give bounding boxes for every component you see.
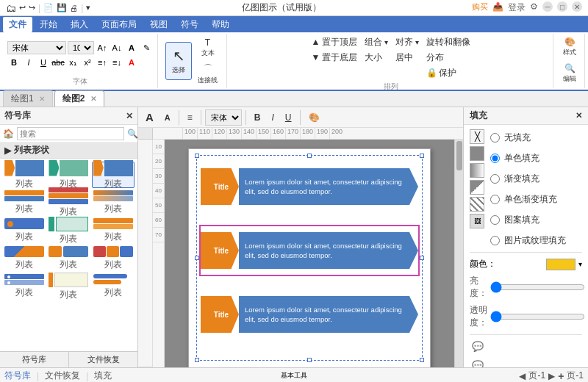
symbol-section-list-shapes[interactable]: ▶ 列表形状 xyxy=(0,143,137,159)
menu-page-layout[interactable]: 页面布局 xyxy=(96,17,143,32)
win-min-btn[interactable]: ─ xyxy=(542,1,553,12)
font-color-btn[interactable]: A xyxy=(125,56,138,69)
list-item-15[interactable]: 列表 xyxy=(92,273,135,300)
fill-radio-solid[interactable] xyxy=(490,154,500,163)
fill-icon-none[interactable]: ╳ xyxy=(470,129,484,144)
fill-option-none[interactable]: 无填充 xyxy=(490,129,582,146)
list-item-6[interactable]: 列表 xyxy=(92,190,135,216)
fill-radio-solid-gradient[interactable] xyxy=(490,195,500,204)
fill-icon-solid-gradient[interactable] xyxy=(470,180,484,195)
list-item-14[interactable]: 列表 xyxy=(47,273,90,300)
add-page-btn[interactable]: + xyxy=(558,370,564,382)
win-close-btn[interactable]: ✕ xyxy=(572,1,582,12)
connect-tool-btn[interactable]: ⌒ 连接线 xyxy=(195,61,220,87)
canvas-fmt-a-large[interactable]: A xyxy=(141,109,158,126)
list-item-7[interactable]: 列表 xyxy=(3,217,46,244)
vscrollbar[interactable] xyxy=(454,140,463,367)
quick-new[interactable]: 📄 xyxy=(43,3,54,12)
nav-prev-btn[interactable]: ◀ xyxy=(519,371,526,381)
fill-option-solid-gradient[interactable]: 单色渐变填充 xyxy=(490,191,582,208)
fill-icon-gradient[interactable] xyxy=(470,163,484,178)
tab-drawing1[interactable]: 绘图1 ✕ xyxy=(3,90,53,107)
font-decrease-btn[interactable]: A↓ xyxy=(110,41,123,54)
menu-file[interactable]: 文件 xyxy=(3,17,32,32)
menu-insert[interactable]: 插入 xyxy=(65,17,94,32)
size-btn[interactable]: 大小 xyxy=(362,51,390,65)
tab-drawing1-close[interactable]: ✕ xyxy=(39,95,45,103)
fill-radio-pattern[interactable] xyxy=(490,215,500,225)
transparency-slider[interactable] xyxy=(490,313,585,320)
align-btn[interactable]: ≡↓ xyxy=(110,56,123,69)
superscript-btn[interactable]: x² xyxy=(81,56,94,69)
canvas-italic-btn[interactable]: I xyxy=(267,109,278,126)
canvas-fmt-a-small[interactable]: A xyxy=(160,109,175,126)
fill-option-pattern[interactable]: 图案填充 xyxy=(490,212,582,228)
nav-next-btn[interactable]: ▶ xyxy=(548,371,555,381)
top-layer-btn[interactable]: ▲ 置于顶层 xyxy=(309,35,359,49)
fill-radio-image[interactable] xyxy=(490,236,500,245)
center-btn[interactable]: 居中 xyxy=(393,51,421,65)
indent-btn[interactable]: ≡↑ xyxy=(96,56,109,69)
status-file-recovery[interactable]: 文件恢复 xyxy=(45,370,80,382)
fill-icon-image[interactable]: 🖼 xyxy=(470,214,484,228)
list-item-5[interactable]: 列表 xyxy=(47,190,90,216)
panel-chat-icon-2[interactable]: 💬 xyxy=(470,357,486,367)
home-icon[interactable]: 🏠 xyxy=(3,129,14,139)
fill-icon-pattern[interactable] xyxy=(470,197,484,212)
font-size-select[interactable]: 10 xyxy=(68,41,94,54)
flip-mirror-btn[interactable]: 旋转和翻像 xyxy=(424,35,473,49)
font-clear-btn[interactable]: ✎ xyxy=(140,41,153,54)
symbol-library-close[interactable]: ✕ xyxy=(126,111,133,121)
login-btn[interactable]: 登录 xyxy=(508,1,526,14)
subscript-btn[interactable]: x₁ xyxy=(66,56,79,69)
strikethrough-btn[interactable]: abc xyxy=(51,56,65,69)
fill-radio-gradient[interactable] xyxy=(490,174,500,184)
style-btn[interactable]: 🎨 样式 xyxy=(559,35,580,59)
menu-view[interactable]: 视图 xyxy=(144,17,173,32)
font-aa-btn[interactable]: A xyxy=(125,41,138,54)
text-tool-btn[interactable]: T 文本 xyxy=(195,36,220,60)
shape-2[interactable]: Title Lorem ipsum dolor sit amet, consec… xyxy=(201,226,418,275)
handle-tl[interactable] xyxy=(195,154,199,158)
handle-bl[interactable] xyxy=(195,358,199,362)
color-dropdown-btn[interactable]: ▾ xyxy=(578,260,582,268)
quick-print[interactable]: 🖨 xyxy=(70,4,78,12)
color-swatch[interactable] xyxy=(546,259,576,270)
font-name-select[interactable]: 宋体 xyxy=(7,41,66,54)
align-btn[interactable]: 对齐 ▾ xyxy=(393,35,421,49)
menu-symbols[interactable]: 符号 xyxy=(175,17,204,32)
menu-start[interactable]: 开始 xyxy=(34,17,63,32)
shape-1[interactable]: Title Lorem ipsum dolor sit amet, consec… xyxy=(201,162,418,211)
quick-redo[interactable]: ↪ xyxy=(29,3,35,12)
fill-option-gradient[interactable]: 渐变填充 xyxy=(490,170,582,187)
search-icon[interactable]: 🔍 xyxy=(127,129,138,139)
canvas-fmt-align[interactable]: ≡ xyxy=(183,109,197,126)
select-tool-btn[interactable]: ↖ 选择 xyxy=(165,42,192,80)
list-item-9[interactable]: 列表 xyxy=(92,217,135,244)
settings-btn[interactable]: ⚙ xyxy=(530,1,538,14)
fill-icon-solid[interactable] xyxy=(470,146,484,161)
fill-option-solid[interactable]: 单色填充 xyxy=(490,150,582,167)
handle-mr[interactable] xyxy=(420,256,424,260)
bold-btn[interactable]: B xyxy=(7,56,21,69)
list-item-8[interactable]: 列表 xyxy=(47,217,90,244)
protect-btn[interactable]: 🔒 保护 xyxy=(424,66,473,80)
fill-panel-close[interactable]: ✕ xyxy=(576,111,582,120)
brightness-slider[interactable] xyxy=(490,284,585,291)
quick-undo[interactable]: ↩ xyxy=(19,3,26,12)
canvas-underline-btn[interactable]: U xyxy=(281,109,296,126)
handle-br[interactable] xyxy=(420,358,424,362)
win-max-btn[interactable]: □ xyxy=(557,1,567,12)
handle-tr[interactable] xyxy=(420,154,424,158)
tab-drawing2-close[interactable]: ✕ xyxy=(90,95,96,103)
list-item-4[interactable]: 列表 xyxy=(3,190,46,216)
combine-btn[interactable]: 组合 ▾ xyxy=(362,35,390,49)
canvas-scroll[interactable]: Title Lorem ipsum dolor sit amet, consec… xyxy=(165,140,454,367)
fill-radio-none[interactable] xyxy=(490,133,500,143)
fill-option-image[interactable]: 图片或纹理填充 xyxy=(490,232,582,249)
font-increase-btn[interactable]: A↑ xyxy=(96,41,109,54)
vscroll-thumb[interactable] xyxy=(456,141,462,170)
list-item-11[interactable]: 列表 xyxy=(47,245,90,272)
quick-save[interactable]: 💾 xyxy=(57,3,67,12)
share-btn[interactable]: 📤 xyxy=(492,1,503,14)
